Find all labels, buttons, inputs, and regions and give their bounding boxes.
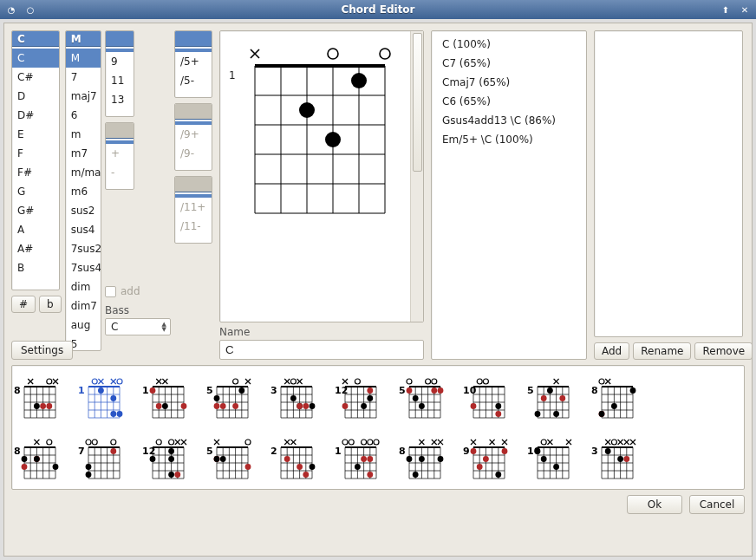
- bass-combo[interactable]: C ▲▼: [105, 318, 171, 335]
- add-checkbox[interactable]: [105, 286, 116, 297]
- voicing-thumb[interactable]: 3: [277, 373, 316, 421]
- list-item[interactable]: m/maj7: [66, 163, 101, 182]
- match-item[interactable]: C7 (65%): [437, 54, 584, 73]
- remove-button[interactable]: Remove: [694, 342, 753, 360]
- voicing-thumb[interactable]: 3: [598, 433, 636, 482]
- chord-diagram[interactable]: 1: [219, 30, 424, 322]
- voicing-thumb[interactable]: 10: [534, 433, 572, 482]
- voicing-thumb[interactable]: 1: [149, 373, 187, 421]
- voicing-thumb[interactable]: 1: [342, 433, 380, 482]
- match-item[interactable]: Cmaj7 (65%): [437, 73, 584, 92]
- list-item[interactable]: 6: [66, 106, 101, 125]
- list-item[interactable]: M: [66, 49, 101, 68]
- list-item[interactable]: /5+: [175, 52, 212, 71]
- svg-point-150: [431, 387, 437, 394]
- list-item[interactable]: sus4: [66, 220, 101, 239]
- voicing-thumb[interactable]: 8: [406, 433, 444, 482]
- library-list[interactable]: [594, 30, 743, 337]
- ok-button[interactable]: Ok: [627, 495, 682, 514]
- svg-point-43: [117, 379, 122, 384]
- list-item[interactable]: m7: [66, 144, 101, 163]
- svg-point-227: [92, 440, 97, 445]
- quality-list[interactable]: M M7maj76mm7m/maj7m6sus2sus47sus27sus4di…: [65, 30, 101, 351]
- voicing-thumb[interactable]: 2: [277, 433, 316, 482]
- list-item[interactable]: 11: [106, 71, 134, 90]
- flat-button[interactable]: b: [39, 296, 62, 313]
- add-button[interactable]: Add: [594, 342, 629, 360]
- voicing-thumb[interactable]: 12: [149, 433, 187, 482]
- svg-point-260: [168, 448, 174, 454]
- svg-point-280: [245, 464, 251, 470]
- diagram-scrollbar[interactable]: [410, 31, 423, 322]
- pin-icon[interactable]: ○: [24, 3, 36, 16]
- svg-point-2: [328, 49, 338, 59]
- svg-point-55: [117, 411, 123, 417]
- ext-a-list[interactable]: 91113: [105, 30, 134, 117]
- match-list[interactable]: C (100%)C7 (65%)Cmaj7 (65%)C6 (65%)Gsus4…: [431, 30, 587, 360]
- voicing-thumb[interactable]: 5: [213, 373, 251, 421]
- list-item[interactable]: F#: [12, 163, 59, 182]
- list-item[interactable]: dim7: [66, 296, 101, 316]
- svg-point-299: [297, 464, 303, 470]
- cancel-button[interactable]: Cancel: [689, 495, 745, 514]
- list-item[interactable]: A: [12, 220, 59, 239]
- voicing-thumb[interactable]: 7: [85, 433, 123, 482]
- list-item[interactable]: F: [12, 144, 59, 163]
- rename-button[interactable]: Rename: [633, 342, 691, 360]
- svg-point-243: [156, 440, 161, 445]
- voicing-thumb[interactable]: 8: [21, 373, 59, 421]
- list-item[interactable]: 7: [66, 68, 101, 87]
- list-item[interactable]: 7sus4: [66, 258, 101, 277]
- match-item[interactable]: C (100%): [437, 35, 584, 54]
- list-item[interactable]: maj7: [66, 87, 101, 106]
- svg-point-189: [599, 379, 604, 384]
- svg-point-114: [310, 403, 316, 409]
- window-menu-icon[interactable]: ◔: [5, 3, 17, 16]
- voicing-thumb[interactable]: 5: [534, 373, 572, 421]
- list-item[interactable]: /5-: [175, 71, 212, 90]
- match-item[interactable]: Gsus4add13 \C (86%): [437, 111, 584, 130]
- voicing-thumb[interactable]: 1: [85, 373, 123, 421]
- voicing-thumb[interactable]: 9: [470, 433, 508, 482]
- voicing-thumb[interactable]: 8: [21, 433, 59, 482]
- close-icon[interactable]: ✕: [739, 3, 751, 16]
- svg-point-77: [162, 403, 168, 409]
- list-item[interactable]: 7sus2: [66, 239, 101, 258]
- root-list[interactable]: C CC#DD#EFF#GG#AA#B: [11, 30, 60, 290]
- list-item[interactable]: dim: [66, 277, 101, 296]
- list-item[interactable]: A#: [12, 239, 59, 258]
- list-item[interactable]: E: [12, 125, 59, 144]
- match-item[interactable]: C6 (65%): [437, 92, 584, 111]
- list-item[interactable]: D#: [12, 106, 59, 125]
- svg-point-406: [623, 456, 629, 462]
- voicing-thumb[interactable]: 5: [406, 373, 444, 421]
- name-input[interactable]: [219, 340, 424, 360]
- voicing-thumb[interactable]: 12: [342, 373, 380, 421]
- list-item[interactable]: B: [12, 258, 59, 277]
- list-item[interactable]: sus2: [66, 201, 101, 220]
- list-item[interactable]: m6: [66, 182, 101, 201]
- list-item[interactable]: 13: [106, 90, 134, 109]
- list-item[interactable]: aug: [66, 316, 101, 335]
- settings-button[interactable]: Settings: [11, 341, 73, 360]
- list-item[interactable]: m: [66, 125, 101, 144]
- list-item[interactable]: C#: [12, 68, 59, 87]
- voicing-thumb[interactable]: 10: [470, 373, 508, 421]
- sharp-button[interactable]: #: [11, 296, 36, 313]
- svg-point-262: [150, 456, 156, 462]
- svg-point-138: [432, 379, 437, 384]
- list-item[interactable]: C: [12, 49, 59, 68]
- list-item[interactable]: 9: [106, 52, 134, 71]
- voicing-thumb[interactable]: 8: [598, 373, 636, 421]
- name-label: Name: [219, 326, 424, 338]
- voicing-thumb[interactable]: 5: [213, 433, 251, 482]
- maximize-icon[interactable]: ⬆: [720, 3, 732, 16]
- svg-point-188: [535, 411, 541, 417]
- list-item[interactable]: D: [12, 87, 59, 106]
- list-item[interactable]: G: [12, 182, 59, 201]
- svg-point-94: [238, 387, 244, 394]
- ext-b-list[interactable]: /5+/5-: [174, 30, 212, 98]
- voicing-gallery[interactable]: 811531251058 871252189103: [11, 365, 745, 490]
- list-item[interactable]: G#: [12, 201, 59, 220]
- match-item[interactable]: Em/5+ \C (100%): [437, 130, 584, 149]
